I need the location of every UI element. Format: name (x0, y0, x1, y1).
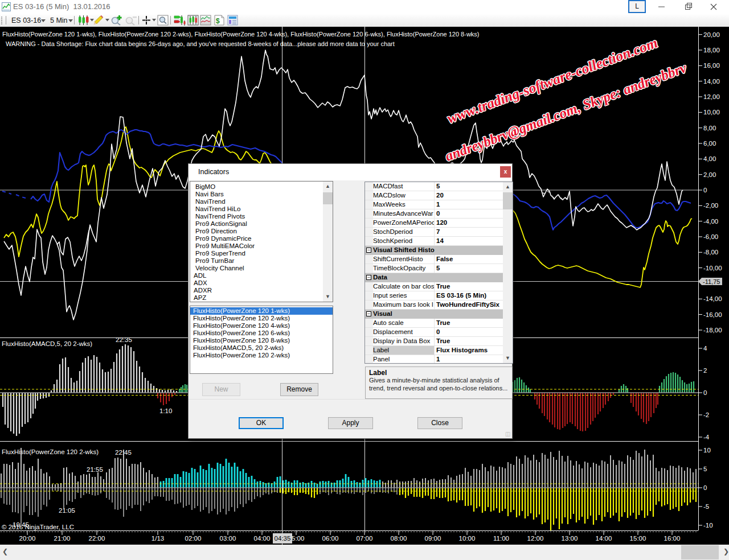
svg-text:04:35: 04:35 (275, 535, 291, 542)
svg-text:-10: -10 (703, 522, 713, 529)
svg-text:-11,75: -11,75 (703, 278, 720, 285)
svg-text:21:55: 21:55 (87, 466, 103, 473)
svg-text:16,00: 16,00 (703, 62, 720, 69)
svg-text:02:00: 02:00 (185, 535, 202, 542)
svg-text:4: 4 (703, 345, 707, 352)
svg-text:-18,00: -18,00 (703, 327, 722, 333)
svg-text:21:00: 21:00 (54, 535, 71, 542)
svg-text:15:00: 15:00 (630, 535, 646, 542)
svg-text:1:10: 1:10 (159, 407, 172, 414)
svg-text:08:00: 08:00 (391, 535, 407, 542)
svg-text:ES 03-16: ES 03-16 (11, 17, 41, 24)
svg-text:-14,00: -14,00 (703, 295, 722, 302)
svg-text:10,00: 10,00 (703, 109, 720, 116)
svg-text:21:05: 21:05 (59, 507, 75, 514)
svg-text:13:00: 13:00 (562, 535, 578, 542)
svg-text:-16,00: -16,00 (703, 311, 722, 318)
svg-text:03:00: 03:00 (220, 535, 236, 542)
svg-text:FluxHisto(PowerZone 120 1-wks): FluxHisto(PowerZone 120 1-wks), FluxHist… (2, 31, 480, 38)
svg-text:FluxHisto(AMACD,5, 20 2-wks): FluxHisto(AMACD,5, 20 2-wks) (2, 340, 92, 347)
svg-text:-8,00: -8,00 (703, 249, 718, 256)
svg-text:0: 0 (703, 484, 707, 491)
svg-text:20,00: 20,00 (703, 31, 720, 38)
svg-text:6,00: 6,00 (703, 140, 716, 147)
svg-text:5: 5 (703, 466, 707, 472)
svg-text:22:35: 22:35 (116, 336, 132, 343)
svg-text:2: 2 (703, 367, 707, 374)
svg-text:-6,00: -6,00 (703, 233, 718, 240)
svg-text:5 Min: 5 Min (50, 17, 68, 24)
svg-text:04:00: 04:00 (254, 535, 271, 542)
svg-text:1/13: 1/13 (151, 535, 164, 542)
svg-text:12,00: 12,00 (703, 93, 720, 100)
svg-text:09:00: 09:00 (425, 535, 441, 542)
svg-text:16:00: 16:00 (664, 535, 681, 542)
svg-text:WARNING - Data Shortage: Flux: WARNING - Data Shortage: Flux chart data… (6, 40, 395, 47)
svg-text:14:00: 14:00 (596, 535, 612, 542)
svg-text:22:45: 22:45 (115, 449, 132, 456)
svg-text:0: 0 (703, 389, 707, 396)
svg-text:07:00: 07:00 (357, 535, 373, 542)
svg-text:-10,00: -10,00 (703, 265, 722, 271)
svg-text:$: $ (216, 17, 220, 25)
svg-text:0: 0 (703, 187, 707, 193)
svg-text:-4: -4 (703, 434, 710, 440)
svg-text:20:00: 20:00 (19, 535, 36, 542)
svg-text:22:00: 22:00 (89, 535, 105, 542)
svg-text:-5: -5 (703, 503, 709, 510)
svg-text:© 2016 NinjaTrader, LLC: © 2016 NinjaTrader, LLC (2, 524, 74, 530)
svg-text:FluxHisto(PowerZone 120 2-wks): FluxHisto(PowerZone 120 2-wks) (2, 448, 99, 455)
svg-text:14,00: 14,00 (703, 78, 720, 85)
svg-text:-2,00: -2,00 (703, 202, 718, 209)
svg-text:18,00: 18,00 (703, 47, 720, 53)
svg-text:10:00: 10:00 (459, 535, 476, 542)
svg-text:4,00: 4,00 (703, 155, 716, 162)
svg-text:8,00: 8,00 (703, 125, 716, 131)
svg-text:2,00: 2,00 (703, 171, 716, 178)
svg-text:12:00: 12:00 (527, 535, 544, 542)
svg-text:-4,00: -4,00 (703, 218, 718, 225)
svg-text:06:00: 06:00 (322, 535, 339, 542)
svg-text:11:00: 11:00 (493, 535, 509, 542)
svg-text:-2: -2 (703, 411, 709, 418)
svg-text:10: 10 (703, 447, 711, 454)
